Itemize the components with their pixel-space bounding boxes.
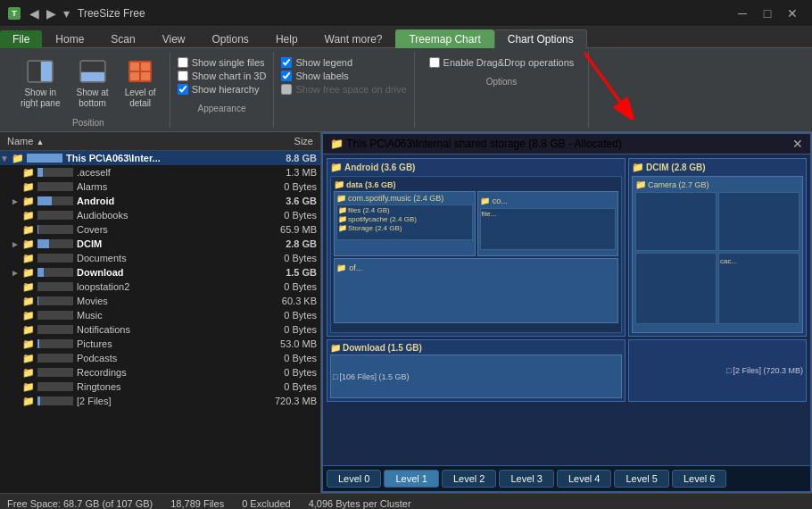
file-tree-body: ▼📁This PC\A063\Inter...8.8 GB📁.aceself1.…	[0, 151, 320, 493]
level3-button[interactable]: Level 3	[499, 470, 553, 488]
svg-rect-3	[41, 62, 52, 81]
tab-home[interactable]: Home	[42, 29, 97, 48]
tree-row[interactable]: 📁[2 Files]720.3 MB	[0, 394, 320, 408]
tab-scan[interactable]: Scan	[97, 29, 148, 48]
level0-button[interactable]: Level 0	[327, 470, 381, 488]
show-single-files-input[interactable]	[178, 57, 188, 68]
col-name[interactable]: Name ▲	[4, 134, 245, 148]
show-legend-input[interactable]	[281, 57, 292, 68]
tab-file[interactable]: File	[0, 30, 42, 48]
tree-item-name: Alarms	[77, 181, 267, 192]
tree-row[interactable]: ►📁DCIM2.8 GB	[0, 237, 320, 251]
tree-size-prefix: 0 Bytes	[267, 324, 320, 335]
level-detail-button[interactable]: Level ofdetail	[119, 52, 162, 114]
tree-size-prefix: 53.0 MB	[267, 338, 320, 349]
treemap-title-text: This PC\A063\Internal shared storage (8.…	[346, 138, 622, 150]
tree-item-name: Ringtones	[77, 381, 267, 392]
tree-size-prefix: 0 Bytes	[267, 210, 320, 221]
back-button[interactable]: ◀	[27, 7, 42, 20]
level1-button[interactable]: Level 1	[384, 470, 438, 488]
tab-view[interactable]: View	[149, 29, 199, 48]
show-hierarchy-label: Show hierarchy	[192, 84, 260, 95]
camera-cell[interactable]: 📁 Camera (2.7 GB) cac...	[632, 176, 803, 333]
tab-treemap[interactable]: Treemap Chart	[395, 29, 493, 48]
show-chart-3d-input[interactable]	[178, 71, 188, 81]
tree-row[interactable]: 📁Music0 Bytes	[0, 308, 320, 322]
tree-row[interactable]: 📁Podcasts0 Bytes	[0, 351, 320, 365]
of-cell[interactable]: 📁 of...	[334, 258, 618, 323]
tab-options[interactable]: Options	[199, 29, 262, 48]
tree-row[interactable]: ►📁Download1.5 GB	[0, 265, 320, 280]
tree-row[interactable]: 📁Movies60.3 KB	[0, 294, 320, 308]
appearance-checks: Show single files Show chart in 3D Show …	[178, 52, 267, 100]
download-cell[interactable]: 📁 Download (1.5 GB) □ [106 Files] (1.5 G…	[327, 339, 626, 402]
android-cell[interactable]: 📁 Android (3.6 GB) 📁 data (3.6 GB)	[327, 158, 626, 337]
dropdown-button[interactable]: ▾	[61, 7, 72, 20]
tree-size-prefix: 2.8 GB	[267, 238, 320, 249]
spotify-cell[interactable]: 📁 com.spotify.music (2.4 GB) 📁 files (2.…	[334, 191, 476, 256]
storage-label: Storage (2.4 GB)	[348, 224, 402, 232]
tab-chartoptions[interactable]: Chart Options	[494, 29, 587, 48]
level4-button[interactable]: Level 4	[557, 470, 611, 488]
tab-wantmore[interactable]: Want more?	[311, 29, 396, 48]
tree-row[interactable]: 📁Ringtones0 Bytes	[0, 380, 320, 394]
tree-row[interactable]: 📁Covers65.9 MB	[0, 222, 320, 237]
level-detail-icon	[126, 57, 154, 86]
close-button[interactable]: ✕	[780, 1, 805, 26]
show-hierarchy-input[interactable]	[178, 84, 188, 95]
folder-icon: 📁	[21, 295, 36, 307]
tab-help[interactable]: Help	[262, 29, 311, 48]
show-right-pane-button[interactable]: Show inright pane	[14, 52, 66, 114]
treemap-close-button[interactable]: ✕	[792, 137, 803, 151]
tree-size-prefix: 1.5 GB	[267, 267, 320, 278]
level5-button[interactable]: Level 5	[614, 470, 668, 488]
svg-rect-12	[141, 72, 150, 80]
show-free-space-input	[281, 84, 292, 95]
tree-item-name: .aceself	[77, 167, 267, 178]
tree-expand-icon: ▼	[0, 154, 11, 163]
show-free-space-check[interactable]: Show free space on drive	[281, 84, 406, 95]
co-cell[interactable]: 📁 co... file...	[477, 191, 619, 256]
show-bottom-label: Show atbottom	[76, 88, 108, 109]
show-legend-check[interactable]: Show legend	[281, 57, 406, 68]
show-bottom-button[interactable]: Show atbottom	[70, 52, 114, 114]
col-size[interactable]: Size	[245, 134, 317, 148]
bottom-pane-icon	[79, 57, 107, 86]
tree-item-name: DCIM	[77, 238, 267, 249]
cluster-size: 4,096 Bytes per Cluster	[309, 498, 411, 509]
tree-row[interactable]: 📁Recordings0 Bytes	[0, 365, 320, 380]
level2-button[interactable]: Level 2	[442, 470, 496, 488]
tree-row[interactable]: 📁Alarms0 Bytes	[0, 179, 320, 194]
tree-row[interactable]: ▼📁This PC\A063\Inter...8.8 GB	[0, 151, 320, 165]
show-single-files-check[interactable]: Show single files	[178, 57, 267, 68]
enable-dragdrop-option[interactable]: Enable Drag&Drop operations	[429, 57, 575, 68]
app-icon: T	[7, 6, 21, 21]
tree-row[interactable]: 📁loopstation20 Bytes	[0, 280, 320, 294]
treemap-levels: Level 0 Level 1 Level 2 Level 3 Level 4 …	[323, 465, 810, 491]
tree-row[interactable]: 📁Documents0 Bytes	[0, 251, 320, 265]
level6-button[interactable]: Level 6	[672, 470, 726, 488]
dcim-cell[interactable]: 📁 DCIM (2.8 GB) 📁 Camera (2.7 GB)	[628, 158, 807, 337]
camera-label: Camera (2.7 GB)	[648, 180, 709, 189]
status-bar: Free Space: 68.7 GB (of 107 GB) 18,789 F…	[0, 493, 812, 509]
svg-rect-11	[130, 72, 139, 80]
tree-item-name: Movies	[77, 296, 267, 306]
maximize-button[interactable]: □	[755, 1, 780, 26]
enable-dragdrop-input[interactable]	[429, 57, 440, 68]
tree-row[interactable]: 📁Pictures53.0 MB	[0, 337, 320, 351]
ribbon: Show inright pane Show atbottom	[0, 48, 812, 132]
tree-row[interactable]: 📁Notifications0 Bytes	[0, 322, 320, 337]
tree-row[interactable]: 📁.aceself1.3 MB	[0, 165, 320, 179]
position-group-label: Position	[14, 118, 162, 128]
minimize-button[interactable]: ─	[730, 1, 755, 26]
show-labels-input[interactable]	[281, 71, 292, 81]
show-labels-check[interactable]: Show labels	[281, 71, 406, 81]
tree-row[interactable]: ►📁Android3.6 GB	[0, 194, 320, 208]
enable-dragdrop-label: Enable Drag&Drop operations	[443, 57, 575, 68]
show-hierarchy-check[interactable]: Show hierarchy	[178, 84, 267, 95]
show-chart-3d-check[interactable]: Show chart in 3D	[178, 71, 267, 81]
files2-cell[interactable]: □ [2 Files] (720.3 MB)	[628, 339, 807, 402]
forward-button[interactable]: ▶	[44, 7, 59, 20]
tree-row[interactable]: 📁Audiobooks0 Bytes	[0, 208, 320, 222]
tree-item-name: This PC\A063\Inter...	[66, 153, 267, 163]
